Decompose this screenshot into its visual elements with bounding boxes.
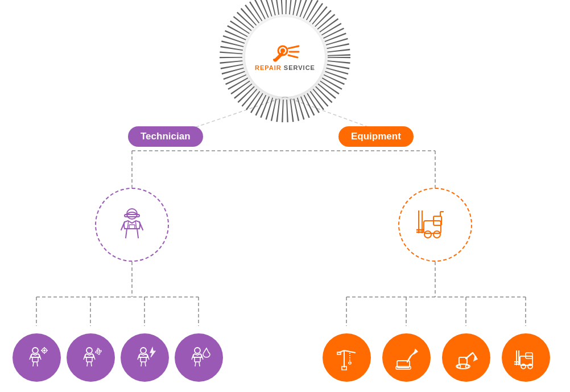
main-container: REPAIR SERVICE Technician Equipment [0,0,570,392]
svg-line-21 [127,221,129,229]
svg-point-42 [86,348,92,353]
arm-excavator-icon [394,345,420,371]
svg-point-18 [280,48,285,53]
svg-rect-43 [86,357,92,362]
tech-type-3 [121,333,169,382]
equipment-label: Equipment [338,126,414,147]
tech-electric-icon [132,345,158,371]
svg-point-65 [465,365,468,368]
equipment-type-1 [323,333,371,382]
svg-rect-35 [32,357,38,362]
svg-point-64 [457,365,460,368]
equipment-type-2 [382,333,431,382]
svg-rect-46 [141,357,146,362]
technician-label: Technician [128,126,203,147]
tech-type-4 [175,333,223,382]
equipment-type-3 [442,333,490,382]
excavator-icon [453,345,480,371]
logo-label: REPAIR SERVICE [255,64,315,71]
svg-point-34 [32,348,38,353]
svg-point-37 [43,349,46,352]
svg-line-61 [466,353,473,358]
small-forklift-icon [513,345,539,371]
tech-type-2 [67,333,115,382]
logo-node: REPAIR SERVICE [245,17,325,97]
tech-settings-icon [78,345,104,371]
technician-icon [112,205,152,245]
svg-rect-67 [526,353,532,358]
equipment-type-4 [502,333,550,382]
svg-point-55 [349,362,351,364]
svg-point-30 [424,231,431,238]
svg-line-50 [344,350,356,353]
forklift-icon [415,205,455,245]
svg-point-44 [97,350,100,352]
crane-icon [334,345,360,371]
svg-point-47 [195,348,200,353]
svg-line-22 [135,221,137,229]
svg-rect-48 [195,357,200,362]
technician-circle [95,188,169,262]
svg-rect-23 [129,225,135,229]
repair-service-icon [270,43,300,64]
svg-rect-54 [337,352,341,354]
tech-gear-icon [24,345,50,371]
svg-point-45 [141,348,146,353]
svg-point-31 [433,231,440,238]
tech-plumbing-icon [186,345,212,371]
equipment-circle [398,188,472,262]
tech-type-1 [13,333,61,382]
